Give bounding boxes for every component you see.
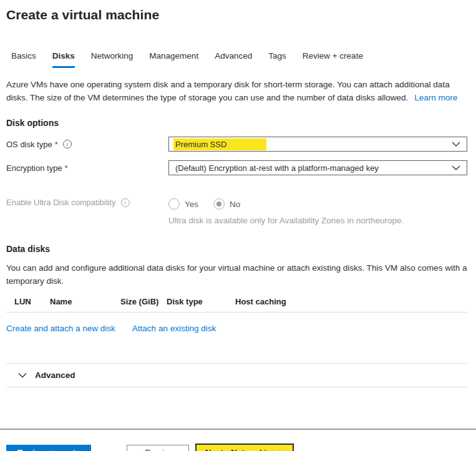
os-disk-type-row: OS disk type * i Premium SSD	[6, 137, 467, 152]
data-disks-table-header: LUN Name Size (GiB) Disk type Host cachi…	[6, 296, 467, 313]
review-create-button[interactable]: Review + create	[6, 445, 91, 451]
required-marker: *	[65, 163, 68, 173]
required-marker: *	[55, 140, 58, 149]
advanced-section-toggle[interactable]: Advanced	[6, 363, 467, 387]
chevron-down-icon	[452, 165, 460, 170]
radio-selected-icon	[213, 198, 225, 210]
encryption-type-row: Encryption type * (Default) Encryption a…	[6, 160, 467, 175]
ultra-disk-helper-text: Ultra disk is available only for Availab…	[168, 216, 467, 225]
learn-more-link[interactable]: Learn more	[414, 93, 457, 102]
next-networking-button[interactable]: Next : Networking >	[195, 444, 294, 451]
column-header-lun: LUN	[14, 297, 50, 306]
column-header-disk-type: Disk type	[167, 297, 235, 306]
tab-advanced[interactable]: Advanced	[215, 51, 252, 68]
disk-options-heading: Disk options	[6, 118, 467, 128]
page-title: Create a virtual machine	[6, 7, 467, 22]
os-disk-type-select[interactable]: Premium SSD	[168, 137, 467, 152]
previous-button[interactable]: < Previous	[127, 445, 189, 451]
ultra-disk-label: Enable Ultra Disk compatibility i	[6, 198, 168, 207]
ultra-disk-radio-yes[interactable]: Yes	[168, 198, 198, 210]
footer-divider	[0, 429, 476, 430]
chevron-down-icon	[452, 142, 460, 147]
data-disks-description: You can add and configure additional dat…	[6, 261, 467, 288]
encryption-type-label: Encryption type *	[6, 163, 168, 173]
advanced-section-label: Advanced	[35, 371, 75, 380]
wizard-footer: Review + create < Previous Next : Networ…	[6, 444, 467, 451]
attach-existing-disk-link[interactable]: Attach an existing disk	[132, 324, 216, 333]
intro-body: Azure VMs have one operating system disk…	[6, 80, 450, 102]
encryption-type-value: (Default) Encryption at-rest with a plat…	[175, 163, 379, 173]
encryption-type-select[interactable]: (Default) Encryption at-rest with a plat…	[168, 160, 467, 175]
column-header-name: Name	[50, 297, 120, 306]
data-disks-heading: Data disks	[6, 244, 467, 254]
tab-tags[interactable]: Tags	[268, 51, 286, 68]
ultra-disk-row: Enable Ultra Disk compatibility i Yes No…	[6, 198, 467, 225]
tab-networking[interactable]: Networking	[91, 51, 134, 68]
column-header-host-caching: Host caching	[235, 297, 467, 306]
tab-management[interactable]: Management	[149, 51, 198, 68]
info-icon[interactable]: i	[121, 198, 130, 207]
disks-intro-text: Azure VMs have one operating system disk…	[6, 78, 467, 104]
wizard-tabs: Basics Disks Networking Management Advan…	[6, 51, 467, 68]
tab-review-create[interactable]: Review + create	[303, 51, 363, 68]
tab-basics[interactable]: Basics	[11, 51, 36, 68]
create-new-disk-link[interactable]: Create and attach a new disk	[6, 324, 115, 333]
tab-disks[interactable]: Disks	[52, 51, 75, 68]
info-icon[interactable]: i	[63, 140, 72, 148]
os-disk-type-label: OS disk type * i	[6, 140, 168, 149]
chevron-down-icon	[18, 372, 27, 378]
ultra-disk-radio-no[interactable]: No	[213, 198, 240, 210]
create-vm-page: Create a virtual machine Basics Disks Ne…	[0, 0, 476, 451]
radio-unselected-icon	[168, 198, 180, 210]
os-disk-type-value: Premium SSD	[173, 138, 266, 150]
ultra-disk-radio-group: Yes No	[168, 198, 467, 210]
column-header-size: Size (GiB)	[120, 297, 167, 306]
data-disks-links: Create and attach a new disk Attach an e…	[6, 324, 467, 333]
